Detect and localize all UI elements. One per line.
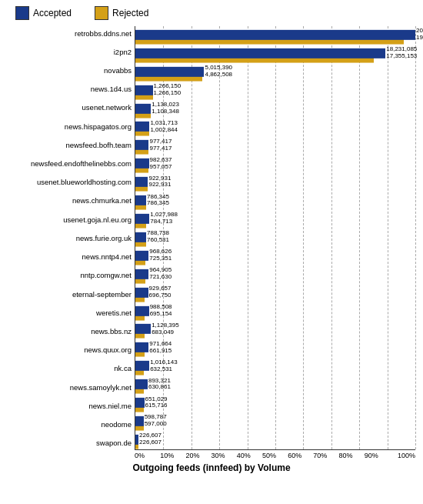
y-label: usenet.network	[8, 101, 132, 115]
accepted-bar	[135, 361, 149, 371]
y-label: news.hispagatos.org	[8, 119, 132, 133]
accepted-bar	[135, 30, 415, 40]
x-tick: 10%	[160, 452, 185, 459]
rejected-label: Rejected	[112, 8, 148, 18]
y-label: newsfeed.endofthelinebbs.com	[8, 157, 132, 171]
bar-values: 922,931922,931	[148, 175, 171, 189]
bar-row: 226,607226,607	[135, 431, 415, 449]
bar-row: 18,231,08517,355,153	[135, 45, 415, 63]
y-label: retrobbs.ddns.net	[8, 26, 132, 40]
y-label: novabbs	[8, 63, 132, 77]
bar-values: 982,637957,057	[150, 157, 172, 171]
y-label: newsfeed.bofh.team	[8, 138, 132, 152]
bar-row: 922,931922,931	[135, 173, 415, 192]
y-label: news.samoylyk.net	[8, 380, 132, 394]
bar-row: 1,016,143632,531	[135, 357, 415, 375]
y-label: news.1d4.us	[8, 82, 132, 96]
bar-values: 968,626725,351	[149, 249, 172, 262]
accepted-bar	[135, 122, 149, 132]
bar-values: 786,345786,345	[147, 194, 169, 208]
x-axis: 0%10%20%30%40%50%60%70%80%90%100%	[135, 450, 415, 459]
y-label: eternal-september	[8, 287, 132, 301]
y-label: news.quux.org	[8, 343, 132, 357]
y-label: swapon.de	[8, 436, 132, 450]
y-axis: retrobbs.ddns.neti2pn2novabbsnews.1d4.us…	[8, 26, 135, 450]
accepted-label: Accepted	[33, 8, 72, 18]
x-tick: 0%	[135, 452, 160, 459]
bar-values: 20,401,81719,588,010	[416, 28, 423, 42]
bar-row: 1,138,0231,108,348	[135, 100, 415, 118]
bar-row: 977,417977,417	[135, 136, 415, 155]
chart-container: Accepted Rejected retrobbs.ddns.neti2pn2…	[0, 0, 423, 504]
bar-row: 982,637957,057	[135, 155, 415, 173]
bar-rows: 20,401,81719,588,01018,231,08517,355,153…	[135, 26, 415, 449]
bar-row: 786,345786,345	[135, 192, 415, 210]
legend-rejected: Rejected	[95, 6, 148, 20]
bar-values: 929,657696,750	[149, 285, 172, 299]
accepted-bar	[135, 287, 148, 297]
y-label: nntp.comgw.net	[8, 269, 132, 282]
accepted-bar	[135, 103, 151, 113]
bar-row: 651,029615,716	[135, 394, 415, 412]
bar-row: 788,738760,531	[135, 229, 415, 247]
x-tick: 40%	[237, 452, 262, 459]
y-label: news.nntp4.net	[8, 250, 132, 264]
legend-accepted: Accepted	[15, 6, 72, 20]
bar-row: 1,128,395683,049	[135, 321, 415, 339]
bar-values: 598,787597,000	[145, 414, 167, 428]
bar-row: 971,664661,915	[135, 339, 415, 357]
chart-title: Outgoing feeds (innfeed) by Volume	[8, 462, 415, 473]
bar-values: 893,321630,861	[148, 378, 171, 392]
x-tick: 70%	[313, 452, 338, 459]
y-label: usenet.blueworldhosting.com	[8, 175, 132, 189]
bar-row: 1,027,988784,713	[135, 210, 415, 229]
y-label: news.chmurka.net	[8, 194, 132, 208]
bars-area: 20,401,81719,588,01018,231,08517,355,153…	[135, 26, 415, 450]
bar-values: 1,031,7131,002,844	[150, 120, 178, 134]
bar-row: 964,905721,630	[135, 265, 415, 284]
bar-row: 1,266,1501,266,150	[135, 82, 415, 100]
accepted-bar	[135, 305, 149, 315]
x-tick: 90%	[365, 452, 390, 459]
accepted-bar	[135, 251, 148, 261]
accepted-bar	[135, 177, 148, 187]
rejected-box	[95, 6, 108, 20]
bar-row: 988,508695,154	[135, 302, 415, 321]
accepted-bar	[135, 214, 149, 224]
accepted-bar	[135, 379, 148, 389]
bar-values: 18,231,08517,355,153	[386, 46, 417, 60]
bar-values: 988,508695,154	[150, 304, 172, 318]
x-tick: 80%	[339, 452, 365, 459]
accepted-bar	[135, 269, 148, 279]
y-label: nk.ca	[8, 362, 132, 375]
y-label: i2pn2	[8, 45, 132, 58]
accepted-bar	[135, 195, 146, 205]
bar-values: 5,015,3904,862,508	[205, 65, 232, 78]
accepted-bar	[135, 67, 204, 77]
bar-values: 964,905721,630	[149, 267, 172, 281]
y-label: neodome	[8, 418, 132, 432]
accepted-box	[15, 6, 29, 20]
x-tick: 50%	[262, 452, 288, 459]
y-label: usenet.goja.nl.eu.org	[8, 212, 132, 226]
accepted-bar	[135, 159, 149, 169]
grid-line	[415, 26, 416, 449]
x-tick: 100%	[390, 452, 415, 459]
y-label: news.bbs.nz	[8, 325, 132, 339]
accepted-bar	[135, 140, 148, 150]
bar-values: 651,029615,716	[145, 396, 168, 410]
chart-area: retrobbs.ddns.neti2pn2novabbsnews.1d4.us…	[8, 26, 415, 450]
bar-row: 968,626725,351	[135, 247, 415, 265]
bar-values: 226,607226,607	[139, 432, 162, 446]
bar-values: 1,138,0231,108,348	[152, 102, 179, 115]
bar-values: 971,664661,915	[149, 341, 172, 355]
bar-row: 1,031,7131,002,844	[135, 118, 415, 137]
x-tick: 20%	[185, 452, 211, 459]
bar-values: 977,417977,417	[149, 139, 172, 152]
accepted-bar	[135, 48, 385, 58]
bar-row: 20,401,81719,588,010	[135, 26, 415, 45]
bar-values: 1,027,988784,713	[150, 212, 178, 225]
y-label: news.furie.org.uk	[8, 231, 132, 245]
bar-row: 5,015,3904,862,508	[135, 63, 415, 82]
accepted-bar	[135, 435, 138, 445]
